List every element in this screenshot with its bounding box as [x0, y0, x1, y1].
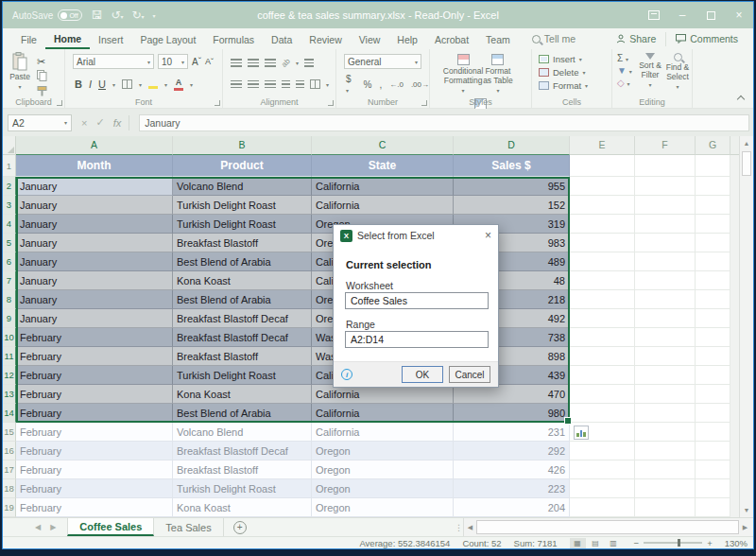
conditional-formatting-button[interactable]: Conditional Formatting ▾ [447, 54, 479, 94]
align-left-icon[interactable] [231, 80, 242, 89]
clear-button[interactable]: ◇ ▾ [617, 78, 632, 88]
decrease-indent-icon[interactable] [282, 80, 290, 89]
column-header-a[interactable]: A [16, 136, 173, 155]
cell-E5[interactable] [570, 234, 635, 252]
cell-F5[interactable] [635, 234, 696, 252]
column-header-g[interactable]: G [696, 136, 730, 155]
cell-F2[interactable] [635, 177, 696, 196]
worksheet-input[interactable]: Coffee Sales [345, 292, 489, 309]
cell-A7[interactable]: January [16, 271, 173, 290]
cell-F1[interactable] [635, 155, 696, 177]
row-header-4[interactable]: 4 [3, 215, 16, 234]
zoom-thumb[interactable] [678, 539, 680, 547]
cell-C3[interactable]: California [312, 196, 454, 215]
cell-G16[interactable] [696, 442, 730, 460]
increase-font-icon[interactable]: Aˇ [192, 57, 201, 67]
row-header-3[interactable]: 3 [3, 196, 16, 215]
cell-G9[interactable] [696, 309, 730, 328]
fill-color-dropdown-icon[interactable]: ▾ [164, 81, 167, 88]
align-right-icon[interactable] [265, 80, 276, 89]
cell-C13[interactable]: California [312, 385, 454, 404]
cell-E9[interactable] [570, 309, 635, 328]
align-middle-icon[interactable] [248, 59, 259, 67]
maximize-button[interactable] [696, 2, 725, 28]
merge-center-icon[interactable] [310, 79, 320, 89]
ribbon-tab-page-layout[interactable]: Page Layout [131, 30, 204, 48]
minimize-button[interactable]: – [668, 2, 696, 28]
header-cell-product[interactable]: Product [173, 155, 312, 177]
cell-G19[interactable] [696, 498, 730, 517]
cell-D13[interactable]: 470 [454, 385, 570, 404]
cell-B17[interactable]: Breakfast Blastoff [173, 460, 312, 479]
font-size-combobox[interactable]: 10▾ [158, 54, 188, 69]
cell-G15[interactable] [696, 423, 730, 442]
cell-E19[interactable] [570, 498, 635, 517]
range-input[interactable]: A2:D14 [345, 331, 489, 348]
row-header-16[interactable]: 16 [3, 442, 16, 460]
accounting-format-button[interactable]: $ ▾ [346, 74, 356, 95]
cell-F10[interactable] [635, 328, 696, 347]
insert-cells-button[interactable]: Insert ▾ [539, 53, 611, 65]
select-all-corner[interactable] [3, 136, 16, 155]
orientation-icon[interactable]: ab [280, 57, 292, 69]
cell-C18[interactable]: Oregon [312, 479, 454, 498]
paste-button[interactable]: Paste ▾ [7, 52, 33, 91]
ribbon-tab-data[interactable]: Data [263, 30, 301, 48]
cell-F9[interactable] [635, 309, 696, 328]
scroll-up-icon[interactable]: ▲ [740, 137, 753, 149]
tell-me-box[interactable]: Tell me [532, 33, 576, 44]
undo-dropdown-icon[interactable]: ▾ [120, 14, 123, 20]
row-header-7[interactable]: 7 [3, 271, 16, 290]
cell-A14[interactable]: February [16, 404, 173, 423]
cell-F11[interactable] [635, 347, 696, 366]
row-header-9[interactable]: 9 [3, 309, 16, 328]
format-cells-button[interactable]: Format ▾ [539, 79, 611, 92]
cell-E10[interactable] [570, 328, 635, 347]
cell-A13[interactable]: February [16, 385, 173, 404]
ribbon-tab-formulas[interactable]: Formulas [204, 30, 263, 48]
horizontal-scroll-thumb[interactable] [476, 520, 739, 534]
cell-F16[interactable] [635, 442, 696, 460]
zoom-level[interactable]: 130% [725, 538, 747, 548]
name-box[interactable]: A2 ▾ [8, 114, 72, 131]
cell-A4[interactable]: January [16, 215, 173, 234]
cell-F18[interactable] [635, 479, 696, 498]
font-dialog-launcher-icon[interactable] [215, 100, 220, 106]
decrease-font-icon[interactable]: Aˇ [205, 57, 214, 66]
zoom-slider[interactable]: − + [634, 538, 713, 548]
autosave-switch[interactable]: Off [58, 9, 82, 21]
horizontal-scrollbar[interactable]: ◀ ▶ [463, 518, 751, 536]
row-header-8[interactable]: 8 [3, 290, 16, 309]
vertical-scrollbar[interactable]: ▲ ▼ [739, 136, 753, 517]
cell-F17[interactable] [635, 460, 696, 479]
column-header-e[interactable]: E [570, 136, 635, 155]
cell-G8[interactable] [696, 290, 730, 309]
name-box-dropdown-icon[interactable]: ▾ [64, 119, 67, 126]
cell-D3[interactable]: 152 [454, 196, 570, 215]
scroll-right-icon[interactable]: ▶ [739, 518, 751, 536]
cell-D16[interactable]: 292 [454, 442, 570, 460]
cell-E2[interactable] [570, 177, 635, 196]
undo-button[interactable]: ↺▾ [111, 9, 123, 21]
cell-G2[interactable] [696, 177, 730, 196]
cell-E1[interactable] [570, 155, 635, 177]
redo-dropdown-icon[interactable]: ▾ [142, 14, 145, 20]
wrap-text-icon[interactable] [304, 59, 314, 67]
cancel-button[interactable]: Cancel [449, 366, 490, 383]
cut-icon[interactable]: ✂ [37, 56, 45, 68]
cell-B9[interactable]: Breakfast Blastoff Decaf [173, 309, 312, 328]
ok-button[interactable]: OK [402, 366, 443, 383]
cell-B15[interactable]: Volcano Blend [173, 423, 312, 442]
cell-G5[interactable] [696, 234, 730, 252]
column-header-b[interactable]: B [173, 136, 312, 155]
cell-C16[interactable]: Oregon [312, 442, 454, 460]
header-cell-month[interactable]: Month [16, 155, 173, 177]
cell-B14[interactable]: Best Blend of Arabia [173, 404, 312, 423]
bold-button[interactable]: B [75, 78, 82, 90]
cell-G10[interactable] [696, 328, 730, 347]
cell-E4[interactable] [570, 215, 635, 234]
borders-icon[interactable] [122, 79, 132, 89]
zoom-track[interactable] [644, 542, 702, 544]
row-header-11[interactable]: 11 [3, 347, 16, 366]
cell-D2[interactable]: 955 [454, 177, 570, 196]
